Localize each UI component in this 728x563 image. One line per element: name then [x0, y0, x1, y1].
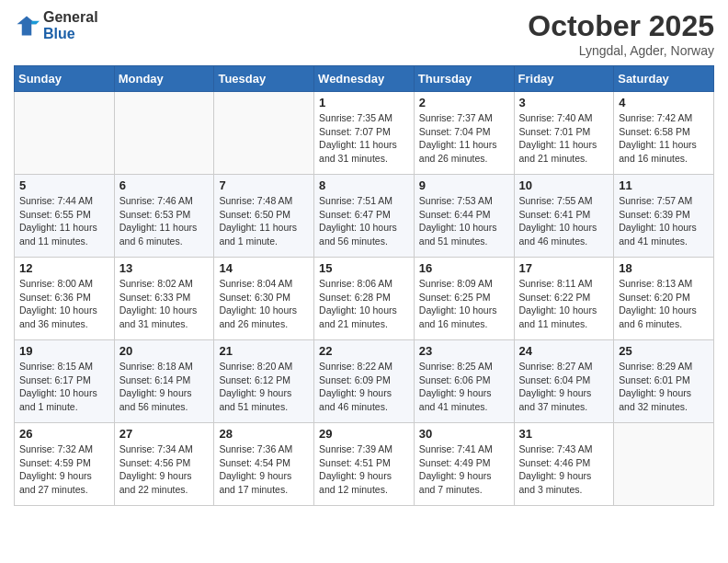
weekday-header-thursday: Thursday — [414, 66, 514, 92]
calendar-day-cell: 20Sunrise: 8:18 AM Sunset: 6:14 PM Dayli… — [114, 340, 214, 423]
calendar-day-cell: 31Sunrise: 7:43 AM Sunset: 4:46 PM Dayli… — [514, 423, 614, 506]
day-number: 12 — [19, 261, 109, 275]
day-number: 6 — [119, 178, 210, 192]
day-info: Sunrise: 7:51 AM Sunset: 6:47 PM Dayligh… — [319, 194, 409, 248]
day-info: Sunrise: 7:53 AM Sunset: 6:44 PM Dayligh… — [419, 194, 509, 248]
day-number: 26 — [19, 427, 109, 441]
day-number: 23 — [419, 344, 509, 358]
logo-icon — [14, 13, 40, 39]
day-info: Sunrise: 8:20 AM Sunset: 6:12 PM Dayligh… — [219, 360, 309, 414]
weekday-header-friday: Friday — [514, 66, 614, 92]
day-info: Sunrise: 7:57 AM Sunset: 6:39 PM Dayligh… — [619, 194, 709, 248]
day-info: Sunrise: 8:00 AM Sunset: 6:36 PM Dayligh… — [19, 277, 109, 331]
day-number: 16 — [419, 261, 509, 275]
calendar-day-cell: 18Sunrise: 8:13 AM Sunset: 6:20 PM Dayli… — [614, 258, 714, 340]
day-number: 15 — [319, 261, 409, 275]
location-subtitle: Lyngdal, Agder, Norway — [528, 43, 714, 58]
calendar-day-cell: 24Sunrise: 8:27 AM Sunset: 6:04 PM Dayli… — [514, 340, 614, 423]
calendar-day-cell: 6Sunrise: 7:46 AM Sunset: 6:53 PM Daylig… — [114, 175, 214, 258]
calendar-week-row: 26Sunrise: 7:32 AM Sunset: 4:59 PM Dayli… — [15, 423, 714, 506]
day-number: 4 — [619, 96, 709, 109]
month-title: October 2025 — [528, 9, 714, 43]
day-info: Sunrise: 7:34 AM Sunset: 4:56 PM Dayligh… — [119, 442, 210, 497]
day-info: Sunrise: 8:13 AM Sunset: 6:20 PM Dayligh… — [619, 277, 709, 331]
day-number: 7 — [219, 178, 309, 192]
day-info: Sunrise: 7:55 AM Sunset: 6:41 PM Dayligh… — [519, 194, 609, 248]
weekday-header-row: SundayMondayTuesdayWednesdayThursdayFrid… — [15, 66, 714, 92]
day-number: 9 — [419, 178, 509, 192]
day-info: Sunrise: 8:29 AM Sunset: 6:01 PM Dayligh… — [619, 360, 709, 414]
logo-text: General Blue — [43, 9, 98, 41]
day-number: 11 — [619, 178, 709, 192]
calendar-empty-cell — [214, 92, 314, 175]
day-number: 8 — [319, 178, 409, 192]
calendar-day-cell: 22Sunrise: 8:22 AM Sunset: 6:09 PM Dayli… — [314, 340, 415, 423]
weekday-header-saturday: Saturday — [614, 66, 714, 92]
calendar-day-cell: 14Sunrise: 8:04 AM Sunset: 6:30 PM Dayli… — [214, 258, 314, 340]
day-info: Sunrise: 8:06 AM Sunset: 6:28 PM Dayligh… — [319, 277, 409, 331]
day-info: Sunrise: 7:43 AM Sunset: 4:46 PM Dayligh… — [519, 442, 609, 497]
weekday-header-tuesday: Tuesday — [214, 66, 314, 92]
day-number: 2 — [419, 96, 509, 109]
logo: General Blue — [14, 9, 98, 41]
day-number: 10 — [519, 178, 609, 192]
calendar-empty-cell — [15, 92, 115, 175]
calendar-day-cell: 23Sunrise: 8:25 AM Sunset: 6:06 PM Dayli… — [414, 340, 514, 423]
day-info: Sunrise: 7:36 AM Sunset: 4:54 PM Dayligh… — [219, 442, 309, 497]
day-info: Sunrise: 7:44 AM Sunset: 6:55 PM Dayligh… — [19, 194, 109, 248]
svg-marker-0 — [17, 16, 37, 35]
weekday-header-monday: Monday — [114, 66, 214, 92]
logo-general-text: General — [43, 9, 98, 26]
day-info: Sunrise: 8:27 AM Sunset: 6:04 PM Dayligh… — [519, 360, 609, 414]
page: General Blue October 2025 Lyngdal, Agder… — [0, 0, 728, 515]
calendar-day-cell: 17Sunrise: 8:11 AM Sunset: 6:22 PM Dayli… — [514, 258, 614, 340]
day-info: Sunrise: 7:46 AM Sunset: 6:53 PM Dayligh… — [119, 194, 210, 248]
day-number: 31 — [519, 427, 609, 441]
day-info: Sunrise: 7:42 AM Sunset: 6:58 PM Dayligh… — [619, 111, 709, 166]
day-info: Sunrise: 8:04 AM Sunset: 6:30 PM Dayligh… — [219, 277, 309, 331]
day-info: Sunrise: 8:02 AM Sunset: 6:33 PM Dayligh… — [119, 277, 210, 331]
calendar-empty-cell — [114, 92, 214, 175]
calendar-day-cell: 2Sunrise: 7:37 AM Sunset: 7:04 PM Daylig… — [414, 92, 514, 175]
weekday-header-wednesday: Wednesday — [314, 66, 415, 92]
day-number: 17 — [519, 261, 609, 275]
calendar-day-cell: 28Sunrise: 7:36 AM Sunset: 4:54 PM Dayli… — [214, 423, 314, 506]
day-info: Sunrise: 7:37 AM Sunset: 7:04 PM Dayligh… — [419, 111, 509, 166]
day-info: Sunrise: 8:11 AM Sunset: 6:22 PM Dayligh… — [519, 277, 609, 331]
day-number: 30 — [419, 427, 509, 441]
calendar-day-cell: 30Sunrise: 7:41 AM Sunset: 4:49 PM Dayli… — [414, 423, 514, 506]
day-info: Sunrise: 7:35 AM Sunset: 7:07 PM Dayligh… — [319, 111, 409, 166]
header: General Blue October 2025 Lyngdal, Agder… — [14, 9, 714, 58]
weekday-header-sunday: Sunday — [15, 66, 115, 92]
day-info: Sunrise: 8:15 AM Sunset: 6:17 PM Dayligh… — [19, 360, 109, 414]
calendar-day-cell: 16Sunrise: 8:09 AM Sunset: 6:25 PM Dayli… — [414, 258, 514, 340]
day-info: Sunrise: 7:40 AM Sunset: 7:01 PM Dayligh… — [519, 111, 609, 166]
day-info: Sunrise: 8:09 AM Sunset: 6:25 PM Dayligh… — [419, 277, 509, 331]
logo-blue-text: Blue — [43, 26, 98, 42]
calendar-day-cell: 11Sunrise: 7:57 AM Sunset: 6:39 PM Dayli… — [614, 175, 714, 258]
day-info: Sunrise: 8:25 AM Sunset: 6:06 PM Dayligh… — [419, 360, 509, 414]
day-number: 13 — [119, 261, 210, 275]
day-number: 25 — [619, 344, 709, 358]
day-info: Sunrise: 8:18 AM Sunset: 6:14 PM Dayligh… — [119, 360, 210, 414]
calendar-day-cell: 19Sunrise: 8:15 AM Sunset: 6:17 PM Dayli… — [15, 340, 115, 423]
day-number: 22 — [319, 344, 409, 358]
calendar-day-cell: 10Sunrise: 7:55 AM Sunset: 6:41 PM Dayli… — [514, 175, 614, 258]
day-number: 29 — [319, 427, 409, 441]
day-number: 27 — [119, 427, 210, 441]
calendar-table: SundayMondayTuesdayWednesdayThursdayFrid… — [14, 65, 714, 506]
day-info: Sunrise: 7:32 AM Sunset: 4:59 PM Dayligh… — [19, 442, 109, 497]
calendar-week-row: 19Sunrise: 8:15 AM Sunset: 6:17 PM Dayli… — [15, 340, 714, 423]
calendar-day-cell: 13Sunrise: 8:02 AM Sunset: 6:33 PM Dayli… — [114, 258, 214, 340]
calendar-day-cell: 15Sunrise: 8:06 AM Sunset: 6:28 PM Dayli… — [314, 258, 415, 340]
day-number: 28 — [219, 427, 309, 441]
calendar-day-cell: 12Sunrise: 8:00 AM Sunset: 6:36 PM Dayli… — [15, 258, 115, 340]
calendar-day-cell: 3Sunrise: 7:40 AM Sunset: 7:01 PM Daylig… — [514, 92, 614, 175]
day-number: 24 — [519, 344, 609, 358]
calendar-day-cell: 27Sunrise: 7:34 AM Sunset: 4:56 PM Dayli… — [114, 423, 214, 506]
calendar-day-cell: 1Sunrise: 7:35 AM Sunset: 7:07 PM Daylig… — [314, 92, 415, 175]
day-info: Sunrise: 8:22 AM Sunset: 6:09 PM Dayligh… — [319, 360, 409, 414]
calendar-day-cell: 4Sunrise: 7:42 AM Sunset: 6:58 PM Daylig… — [614, 92, 714, 175]
day-number: 5 — [19, 178, 109, 192]
day-info: Sunrise: 7:41 AM Sunset: 4:49 PM Dayligh… — [419, 442, 509, 497]
